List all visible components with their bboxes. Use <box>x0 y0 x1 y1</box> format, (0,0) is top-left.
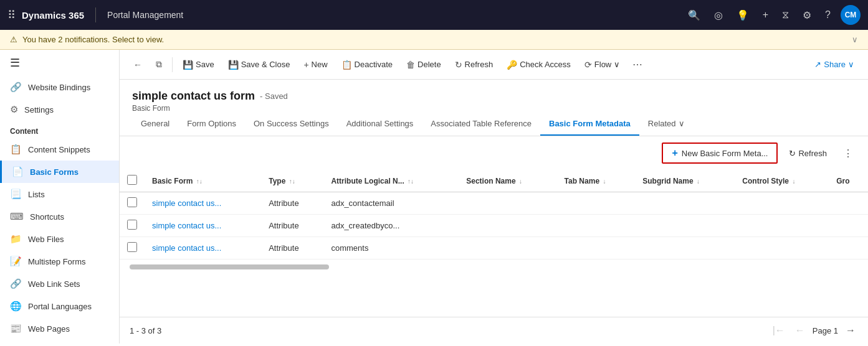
basic-form-link[interactable]: simple contact us... <box>152 221 221 230</box>
tab-basic-form-metadata[interactable]: Basic Form Metadata <box>540 113 639 136</box>
target-icon[interactable]: ◎ <box>710 7 727 24</box>
cell-type: Attribute <box>261 215 323 237</box>
table-row: simple contact us... Attribute adx_creat… <box>120 215 868 237</box>
sidebar-item-web-link-sets[interactable]: 🔗 Web Link Sets <box>0 273 119 295</box>
col-basic-form[interactable]: Basic Form ↑↓ <box>145 170 261 192</box>
check-access-button[interactable]: 🔑 Check Access <box>500 57 577 73</box>
multistep-forms-icon: 📝 <box>10 256 22 267</box>
tab-form-options[interactable]: Form Options <box>178 113 245 136</box>
filter-icon[interactable]: ⧖ <box>778 7 793 23</box>
select-all-header <box>120 170 145 192</box>
prev-page-button[interactable]: ← <box>793 324 808 337</box>
sub-refresh-button[interactable]: ↻ Refresh <box>783 145 833 162</box>
cell-attribute-logical: adx_contactemail <box>323 192 459 215</box>
col-type[interactable]: Type ↑↓ <box>261 170 323 192</box>
bulb-icon[interactable]: 💡 <box>733 7 753 24</box>
cell-basic-form: simple contact us... <box>145 237 261 260</box>
back-button[interactable]: ← <box>127 57 148 73</box>
cell-type: Attribute <box>261 192 323 215</box>
basic-form-link[interactable]: simple contact us... <box>152 199 221 208</box>
save-close-button[interactable]: 💾 Save & Close <box>222 57 297 73</box>
settings-icon[interactable]: ⚙ <box>799 7 815 24</box>
share-chevron: ∨ <box>848 60 854 69</box>
row-checkbox[interactable] <box>127 242 137 252</box>
cell-gro <box>829 237 868 260</box>
flow-button[interactable]: ⟳ Flow ∨ <box>578 57 626 73</box>
col-control-style[interactable]: Control Style ↓ <box>735 170 829 192</box>
tab-additional[interactable]: Additional Settings <box>338 113 422 136</box>
sidebar-item-content-snippets[interactable]: 📋 Content Snippets <box>0 138 119 161</box>
tab-general[interactable]: General <box>132 113 178 136</box>
row-checkbox[interactable] <box>127 220 137 230</box>
sidebar-item-shortcuts[interactable]: ⌨ Shortcuts <box>0 205 119 228</box>
horizontal-scroll-area[interactable] <box>120 260 868 274</box>
settings-sidebar-icon: ⚙ <box>10 104 18 115</box>
pagination-range: 1 - 3 of 3 <box>130 326 161 335</box>
tab-associated-table[interactable]: Associated Table Reference <box>422 113 540 136</box>
basic-form-link[interactable]: simple contact us... <box>152 243 221 253</box>
save-button[interactable]: 💾 Save <box>176 57 221 73</box>
plus-icon[interactable]: + <box>759 7 772 23</box>
col-tab-name[interactable]: Tab Name ↓ <box>557 170 636 192</box>
check-access-icon: 🔑 <box>507 60 517 70</box>
deactivate-button[interactable]: 📋 Deactivate <box>335 57 399 73</box>
col-subgrid-name[interactable]: Subgrid Name ↓ <box>635 170 735 192</box>
new-button[interactable]: + New <box>297 57 333 73</box>
sidebar-item-label: Web Files <box>28 235 64 244</box>
related-chevron: ∨ <box>679 119 685 128</box>
select-all-checkbox[interactable] <box>127 175 137 185</box>
horizontal-scrollbar[interactable] <box>130 264 329 269</box>
tab-related[interactable]: Related ∨ <box>639 113 694 136</box>
sidebar-item-portal-languages[interactable]: 🌐 Portal Languages <box>0 295 119 317</box>
col-section-name[interactable]: Section Name ↓ <box>459 170 556 192</box>
save-icon: 💾 <box>183 60 193 70</box>
row-checkbox-cell <box>120 237 145 260</box>
sidebar-hamburger[interactable]: ☰ <box>0 50 119 76</box>
sidebar-item-web-files[interactable]: 📁 Web Files <box>0 228 119 250</box>
sidebar-item-multistep-forms[interactable]: 📝 Multistep Forms <box>0 250 119 273</box>
sidebar-item-web-pages[interactable]: 📰 Web Pages <box>0 317 119 340</box>
sidebar-item-website-bindings[interactable]: 🔗 Website Bindings <box>0 76 119 98</box>
new-meta-plus-icon: + <box>672 147 677 159</box>
content-snippets-icon: 📋 <box>10 144 22 155</box>
sidebar-item-label: Multistep Forms <box>28 257 85 266</box>
search-icon[interactable]: 🔍 <box>684 7 704 24</box>
sub-more-button[interactable]: ⋮ <box>838 145 858 162</box>
user-avatar[interactable]: CM <box>841 5 861 25</box>
share-button[interactable]: ↗ Share ∨ <box>808 57 861 72</box>
sort-icon: ↓ <box>792 178 795 185</box>
row-checkbox[interactable] <box>127 197 137 207</box>
tab-on-success[interactable]: On Success Settings <box>245 113 338 136</box>
flow-chevron-icon: ∨ <box>614 60 620 69</box>
portal-languages-icon: 🌐 <box>10 301 22 312</box>
refresh-button[interactable]: ↻ Refresh <box>449 57 500 73</box>
sidebar-item-settings[interactable]: ⚙ Settings <box>0 98 119 121</box>
sidebar-item-label: Portal Languages <box>28 302 92 311</box>
top-navigation: ⠿ Dynamics 365 Portal Management 🔍 ◎ 💡 +… <box>0 0 868 30</box>
nav-divider <box>95 7 96 22</box>
cell-subgrid-name <box>635 237 735 260</box>
cell-control-style <box>735 237 829 260</box>
more-commands-button[interactable]: ⋯ <box>627 55 647 73</box>
notification-text[interactable]: You have 2 notifications. Select to view… <box>22 35 164 44</box>
related-label: Related <box>648 119 676 128</box>
metadata-table: Basic Form ↑↓ Type ↑↓ Attribute Logical … <box>120 170 868 260</box>
new-basic-form-meta-button[interactable]: + New Basic Form Meta... <box>662 143 778 164</box>
sidebar-item-label: Website Bindings <box>28 83 90 92</box>
app-launcher-icon[interactable]: ⠿ <box>7 8 16 22</box>
first-page-button[interactable]: |← <box>770 324 788 337</box>
sidebar-item-basic-forms[interactable]: 📄 Basic Forms <box>0 161 119 183</box>
col-attribute-logical[interactable]: Attribute Logical N... ↑↓ <box>323 170 459 192</box>
save-close-icon: 💾 <box>228 60 239 70</box>
sidebar-item-lists[interactable]: 📃 Lists <box>0 183 119 205</box>
notification-chevron[interactable]: ∨ <box>852 35 858 44</box>
help-icon[interactable]: ? <box>821 7 834 23</box>
sidebar: ☰ 🔗 Website Bindings ⚙ Settings Content … <box>0 50 120 344</box>
new-window-button[interactable]: ⧉ <box>150 56 168 73</box>
new-window-icon: ⧉ <box>156 59 162 70</box>
cell-control-style <box>735 192 829 215</box>
next-page-button[interactable]: → <box>843 324 858 337</box>
delete-button[interactable]: 🗑 Delete <box>400 57 447 73</box>
flow-icon: ⟳ <box>584 60 592 70</box>
sidebar-item-label: Lists <box>28 190 45 199</box>
